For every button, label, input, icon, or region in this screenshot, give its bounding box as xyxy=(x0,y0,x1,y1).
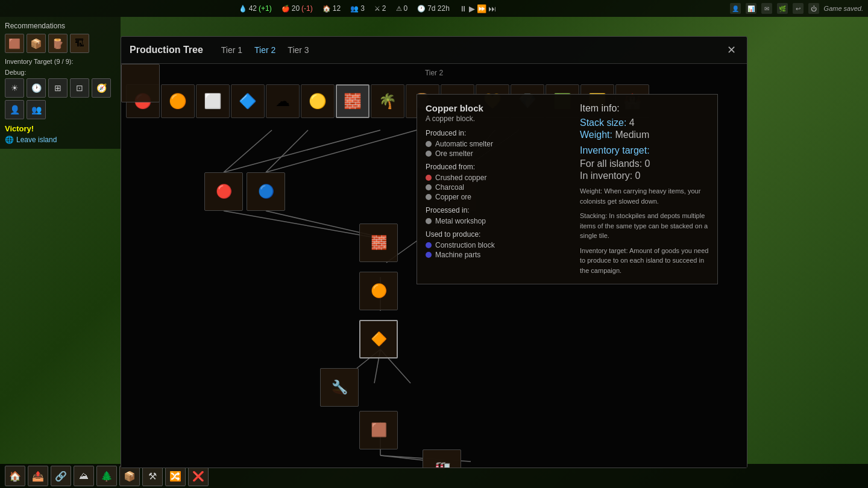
victory-label: Victory! xyxy=(5,124,116,133)
weight-label: Weight: xyxy=(580,130,612,140)
tooltip-left: Copper block A copper block. Produced in… xyxy=(426,103,570,275)
modal-title: Production Tree xyxy=(130,45,203,55)
bt-btn-upload[interactable]: 📤 xyxy=(28,466,48,486)
production-tree-modal: Production Tree Tier 1 Tier 2 Tier 3 ✕ T… xyxy=(121,36,747,468)
game-saved-label: Game saved. xyxy=(824,5,863,12)
item-white[interactable]: ☁ xyxy=(266,84,300,118)
tab-tier2[interactable]: Tier 2 xyxy=(254,45,275,55)
tab-tier1[interactable]: Tier 1 xyxy=(221,45,242,55)
bt-btn-box[interactable]: 📦 xyxy=(119,466,140,486)
top-bar-right: 👤 📊 ✉ 🌿 ↩ ⏻ Game saved. xyxy=(730,3,863,14)
flow-node-5[interactable]: 🟠 xyxy=(359,272,398,310)
svg-line-0 xyxy=(224,130,272,172)
stack-size-label: Stack size: xyxy=(580,117,626,128)
produced-from-item-3: Copper ore xyxy=(426,193,570,201)
item-yellow[interactable]: 🟡 xyxy=(301,84,335,118)
bt-btn-home[interactable]: 🏠 xyxy=(5,466,25,486)
tooltip-item-name: Copper block xyxy=(426,103,570,113)
bottom-node-center[interactable]: 🟫 xyxy=(359,411,398,449)
debug-btn-grid[interactable]: ⊡ xyxy=(70,78,89,98)
machine-parts-label: Machine parts xyxy=(435,251,480,259)
flow-node-2[interactable]: 🔵 xyxy=(247,172,285,211)
tooltip-right: Item info: Stack size: 4 Weight: Medium … xyxy=(580,103,712,275)
debug-btn-sun[interactable]: ☀ xyxy=(5,78,24,98)
fast-btn[interactable]: ⏩ xyxy=(477,4,486,13)
bt-btn-tree[interactable]: 🌲 xyxy=(96,466,117,486)
play-btn[interactable]: ▶ xyxy=(469,4,475,13)
houses-stat: 🏠 12 xyxy=(322,4,341,13)
in-inventory-row: In inventory: 0 xyxy=(580,170,712,181)
left-panel: Recommendations 🟫 📦 🪵 🏗 Inventory Target… xyxy=(0,17,121,149)
rec-item-2[interactable]: 📦 xyxy=(27,34,46,53)
debug-btn-clock[interactable]: 🕐 xyxy=(27,78,46,98)
house-icon: 🏠 xyxy=(322,5,331,13)
debug-btn-person2[interactable]: 👥 xyxy=(27,100,46,119)
alerts-stat: ⚠ 0 xyxy=(396,4,408,13)
charcoal-label: Charcoal xyxy=(435,183,464,192)
debug-icons: ☀ 🕐 ⊞ ⊡ 🧭 👤 👥 xyxy=(5,78,116,119)
alert-icon: ⚠ xyxy=(396,5,402,13)
tier-inner-label: Tier 2 xyxy=(425,69,443,77)
pause-btn[interactable]: ⏸ xyxy=(459,4,467,13)
dot-construction-block xyxy=(426,242,432,248)
modal-close-button[interactable]: ✕ xyxy=(724,43,738,57)
metal-workshop-label: Metal workshop xyxy=(435,217,486,225)
colonists-value: 3 xyxy=(360,4,365,13)
item-stone[interactable]: ⬜ xyxy=(196,84,230,118)
item-palm[interactable]: 🌴 xyxy=(371,84,404,118)
mail-icon[interactable]: ✉ xyxy=(761,3,772,14)
modal-tabs: Tier 1 Tier 2 Tier 3 xyxy=(221,45,309,55)
svg-line-6 xyxy=(224,211,380,239)
svg-line-2 xyxy=(224,130,380,172)
produced-from-item-2: Charcoal xyxy=(426,183,570,192)
bt-btn-mountain[interactable]: ⛰ xyxy=(74,466,94,486)
debug-btn-person[interactable]: 👤 xyxy=(5,100,24,119)
weight-value: Medium xyxy=(615,130,649,140)
bt-btn-close[interactable]: ❌ xyxy=(188,466,209,486)
rec-item-4[interactable]: 🏗 xyxy=(70,34,89,53)
item-info-title: Item info: xyxy=(580,103,712,114)
exit-icon[interactable]: ↩ xyxy=(793,3,804,14)
bt-btn-tools[interactable]: ⚒ xyxy=(142,466,163,486)
top-bar-stats: 💧 42 (+1) 🍎 20 (-1) 🏠 12 👥 3 ⚔ 2 ⚠ 0 🕐 7… xyxy=(239,4,496,13)
item-ore[interactable]: 🟠 xyxy=(161,84,195,118)
leaf-icon[interactable]: 🌿 xyxy=(777,3,788,14)
water-icon: 💧 xyxy=(239,5,247,13)
profile-icon[interactable]: 👤 xyxy=(730,3,741,14)
item-crystal[interactable]: 🔷 xyxy=(231,84,265,118)
inventory-target-label: Inventory Target (9 / 9): xyxy=(5,58,116,65)
rec-item-3[interactable]: 🪵 xyxy=(48,34,68,53)
for-all-islands-label: For all islands: xyxy=(580,158,642,169)
colonists-stat: 👥 3 xyxy=(350,4,365,13)
bottom-node-2[interactable]: 🏭 xyxy=(423,449,461,468)
debug-btn-expand[interactable]: ⊞ xyxy=(48,78,68,98)
tools-icon: ⚔ xyxy=(374,5,380,13)
flow-node-1[interactable]: 🔴 xyxy=(204,172,243,211)
modal-header: Production Tree Tier 1 Tier 2 Tier 3 ✕ xyxy=(121,37,747,64)
output-node-3[interactable]: 🔧 xyxy=(320,368,359,407)
tab-tier3[interactable]: Tier 3 xyxy=(288,45,309,55)
item-copper-block[interactable]: 🧱 xyxy=(336,84,370,118)
produced-in-item-2: Ore smelter xyxy=(426,149,570,158)
faster-btn[interactable]: ⏭ xyxy=(488,4,496,13)
debug-btn-compass[interactable]: 🧭 xyxy=(92,78,111,98)
processed-in-item-1: Metal workshop xyxy=(426,217,570,225)
water-stat: 💧 42 (+1) xyxy=(239,4,272,13)
flow-node-4[interactable]: 🧱 xyxy=(359,224,398,262)
construction-block-label: Construction block xyxy=(435,241,495,249)
auto-smelter-label: Automatic smelter xyxy=(435,140,493,148)
dot-metal-workshop xyxy=(426,218,432,224)
bt-btn-shuffle[interactable]: 🔀 xyxy=(165,466,186,486)
tooltip-panel: Copper block A copper block. Produced in… xyxy=(417,94,718,284)
chart-icon[interactable]: 📊 xyxy=(746,3,756,14)
rec-item-1[interactable]: 🟫 xyxy=(5,34,24,53)
debug-label: Debug: xyxy=(5,69,116,76)
leave-island-btn[interactable]: 🌐 Leave island xyxy=(5,136,116,144)
produced-in-item-1: Automatic smelter xyxy=(426,140,570,148)
colonists-icon: 👥 xyxy=(350,5,359,13)
recommendations-items: 🟫 📦 🪵 🏗 xyxy=(5,34,116,53)
produced-in-title: Produced in: xyxy=(426,129,570,137)
power-icon[interactable]: ⏻ xyxy=(808,3,819,14)
bt-btn-link[interactable]: 🔗 xyxy=(51,466,71,486)
flow-node-copper[interactable]: 🔶 xyxy=(359,320,398,358)
